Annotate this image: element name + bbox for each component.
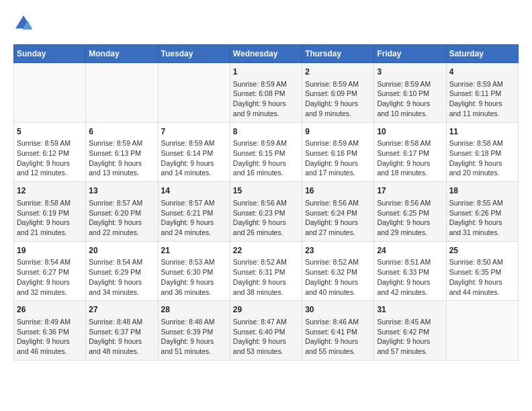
day-number: 9 xyxy=(305,126,371,138)
day-detail: Sunrise: 8:59 AM Sunset: 6:09 PM Dayligh… xyxy=(305,79,371,119)
calendar-cell: 10Sunrise: 8:58 AM Sunset: 6:17 PM Dayli… xyxy=(374,122,446,182)
calendar-week-row: 12Sunrise: 8:58 AM Sunset: 6:19 PM Dayli… xyxy=(14,182,519,242)
day-detail: Sunrise: 8:59 AM Sunset: 6:16 PM Dayligh… xyxy=(305,138,371,178)
calendar-cell: 14Sunrise: 8:57 AM Sunset: 6:21 PM Dayli… xyxy=(158,182,230,242)
calendar-cell: 6Sunrise: 8:59 AM Sunset: 6:13 PM Daylig… xyxy=(86,122,158,182)
calendar-cell xyxy=(14,63,86,123)
day-detail: Sunrise: 8:50 AM Sunset: 6:35 PM Dayligh… xyxy=(449,257,515,297)
calendar-cell: 22Sunrise: 8:52 AM Sunset: 6:31 PM Dayli… xyxy=(230,241,302,301)
day-detail: Sunrise: 8:54 AM Sunset: 6:27 PM Dayligh… xyxy=(17,257,83,297)
calendar-cell: 17Sunrise: 8:56 AM Sunset: 6:25 PM Dayli… xyxy=(374,182,446,242)
calendar-cell: 7Sunrise: 8:59 AM Sunset: 6:14 PM Daylig… xyxy=(158,122,230,182)
logo xyxy=(13,13,36,34)
day-number: 30 xyxy=(305,304,371,316)
day-detail: Sunrise: 8:46 AM Sunset: 6:41 PM Dayligh… xyxy=(305,317,371,357)
calendar-cell: 15Sunrise: 8:56 AM Sunset: 6:23 PM Dayli… xyxy=(230,182,302,242)
day-detail: Sunrise: 8:48 AM Sunset: 6:39 PM Dayligh… xyxy=(161,317,227,357)
day-number: 15 xyxy=(233,185,299,197)
day-number: 16 xyxy=(305,185,371,197)
day-detail: Sunrise: 8:47 AM Sunset: 6:40 PM Dayligh… xyxy=(233,317,299,357)
calendar-cell: 1Sunrise: 8:59 AM Sunset: 6:08 PM Daylig… xyxy=(230,63,302,123)
day-detail: Sunrise: 8:54 AM Sunset: 6:29 PM Dayligh… xyxy=(89,257,154,297)
calendar-cell: 24Sunrise: 8:51 AM Sunset: 6:33 PM Dayli… xyxy=(374,241,446,301)
day-number: 4 xyxy=(449,66,515,78)
day-number: 24 xyxy=(377,245,443,257)
day-detail: Sunrise: 8:53 AM Sunset: 6:30 PM Dayligh… xyxy=(161,257,227,297)
weekday-header-monday: Monday xyxy=(86,45,158,63)
calendar-cell: 3Sunrise: 8:59 AM Sunset: 6:10 PM Daylig… xyxy=(374,63,446,123)
logo-icon xyxy=(13,13,34,34)
day-detail: Sunrise: 8:57 AM Sunset: 6:20 PM Dayligh… xyxy=(89,198,154,238)
calendar-cell: 26Sunrise: 8:49 AM Sunset: 6:36 PM Dayli… xyxy=(14,301,86,361)
calendar-cell: 23Sunrise: 8:52 AM Sunset: 6:32 PM Dayli… xyxy=(302,241,374,301)
day-number: 5 xyxy=(17,126,83,138)
calendar-cell xyxy=(158,63,230,123)
calendar-cell: 2Sunrise: 8:59 AM Sunset: 6:09 PM Daylig… xyxy=(302,63,374,123)
day-detail: Sunrise: 8:58 AM Sunset: 6:18 PM Dayligh… xyxy=(449,138,515,178)
calendar-cell: 11Sunrise: 8:58 AM Sunset: 6:18 PM Dayli… xyxy=(446,122,518,182)
weekday-header-friday: Friday xyxy=(374,45,446,63)
day-number: 27 xyxy=(89,304,154,316)
day-detail: Sunrise: 8:52 AM Sunset: 6:32 PM Dayligh… xyxy=(305,257,371,297)
calendar-header-row: SundayMondayTuesdayWednesdayThursdayFrid… xyxy=(14,45,519,63)
calendar-cell xyxy=(446,301,518,361)
day-number: 19 xyxy=(17,245,83,257)
day-number: 17 xyxy=(377,185,443,197)
calendar-cell: 12Sunrise: 8:58 AM Sunset: 6:19 PM Dayli… xyxy=(14,182,86,242)
calendar-week-row: 5Sunrise: 8:59 AM Sunset: 6:12 PM Daylig… xyxy=(14,122,519,182)
day-detail: Sunrise: 8:59 AM Sunset: 6:14 PM Dayligh… xyxy=(161,138,227,178)
day-number: 11 xyxy=(449,126,515,138)
day-number: 1 xyxy=(233,66,299,78)
day-number: 13 xyxy=(89,185,154,197)
day-detail: Sunrise: 8:58 AM Sunset: 6:19 PM Dayligh… xyxy=(17,198,83,238)
calendar-cell xyxy=(86,63,158,123)
day-number: 8 xyxy=(233,126,299,138)
day-number: 7 xyxy=(161,126,227,138)
calendar-cell: 29Sunrise: 8:47 AM Sunset: 6:40 PM Dayli… xyxy=(230,301,302,361)
day-number: 21 xyxy=(161,245,227,257)
day-detail: Sunrise: 8:59 AM Sunset: 6:15 PM Dayligh… xyxy=(233,138,299,178)
day-detail: Sunrise: 8:55 AM Sunset: 6:26 PM Dayligh… xyxy=(449,198,515,238)
day-number: 22 xyxy=(233,245,299,257)
calendar-week-row: 19Sunrise: 8:54 AM Sunset: 6:27 PM Dayli… xyxy=(14,241,519,301)
calendar-cell: 21Sunrise: 8:53 AM Sunset: 6:30 PM Dayli… xyxy=(158,241,230,301)
day-detail: Sunrise: 8:57 AM Sunset: 6:21 PM Dayligh… xyxy=(161,198,227,238)
day-detail: Sunrise: 8:59 AM Sunset: 6:12 PM Dayligh… xyxy=(17,138,83,178)
calendar-cell: 27Sunrise: 8:48 AM Sunset: 6:37 PM Dayli… xyxy=(86,301,158,361)
day-number: 10 xyxy=(377,126,443,138)
day-detail: Sunrise: 8:49 AM Sunset: 6:36 PM Dayligh… xyxy=(17,317,83,357)
calendar-cell: 25Sunrise: 8:50 AM Sunset: 6:35 PM Dayli… xyxy=(446,241,518,301)
day-detail: Sunrise: 8:59 AM Sunset: 6:11 PM Dayligh… xyxy=(449,79,515,119)
day-detail: Sunrise: 8:48 AM Sunset: 6:37 PM Dayligh… xyxy=(89,317,154,357)
day-detail: Sunrise: 8:59 AM Sunset: 6:10 PM Dayligh… xyxy=(377,79,443,119)
day-number: 28 xyxy=(161,304,227,316)
calendar-cell: 5Sunrise: 8:59 AM Sunset: 6:12 PM Daylig… xyxy=(14,122,86,182)
day-detail: Sunrise: 8:56 AM Sunset: 6:25 PM Dayligh… xyxy=(377,198,443,238)
day-number: 14 xyxy=(161,185,227,197)
day-number: 12 xyxy=(17,185,83,197)
calendar-week-row: 26Sunrise: 8:49 AM Sunset: 6:36 PM Dayli… xyxy=(14,301,519,361)
calendar-cell: 19Sunrise: 8:54 AM Sunset: 6:27 PM Dayli… xyxy=(14,241,86,301)
calendar-table: SundayMondayTuesdayWednesdayThursdayFrid… xyxy=(13,44,519,361)
header xyxy=(13,13,519,34)
weekday-header-sunday: Sunday xyxy=(14,45,86,63)
calendar-cell: 31Sunrise: 8:45 AM Sunset: 6:42 PM Dayli… xyxy=(374,301,446,361)
calendar-cell: 4Sunrise: 8:59 AM Sunset: 6:11 PM Daylig… xyxy=(446,63,518,123)
day-detail: Sunrise: 8:59 AM Sunset: 6:08 PM Dayligh… xyxy=(233,79,299,119)
weekday-header-thursday: Thursday xyxy=(302,45,374,63)
day-detail: Sunrise: 8:59 AM Sunset: 6:13 PM Dayligh… xyxy=(89,138,154,178)
day-detail: Sunrise: 8:56 AM Sunset: 6:24 PM Dayligh… xyxy=(305,198,371,238)
day-detail: Sunrise: 8:58 AM Sunset: 6:17 PM Dayligh… xyxy=(377,138,443,178)
calendar-week-row: 1Sunrise: 8:59 AM Sunset: 6:08 PM Daylig… xyxy=(14,63,519,123)
weekday-header-tuesday: Tuesday xyxy=(158,45,230,63)
day-detail: Sunrise: 8:52 AM Sunset: 6:31 PM Dayligh… xyxy=(233,257,299,297)
day-number: 20 xyxy=(89,245,154,257)
calendar-cell: 20Sunrise: 8:54 AM Sunset: 6:29 PM Dayli… xyxy=(86,241,158,301)
day-number: 26 xyxy=(17,304,83,316)
day-number: 18 xyxy=(449,185,515,197)
day-number: 25 xyxy=(449,245,515,257)
day-detail: Sunrise: 8:56 AM Sunset: 6:23 PM Dayligh… xyxy=(233,198,299,238)
day-detail: Sunrise: 8:51 AM Sunset: 6:33 PM Dayligh… xyxy=(377,257,443,297)
calendar-cell: 16Sunrise: 8:56 AM Sunset: 6:24 PM Dayli… xyxy=(302,182,374,242)
weekday-header-wednesday: Wednesday xyxy=(230,45,302,63)
